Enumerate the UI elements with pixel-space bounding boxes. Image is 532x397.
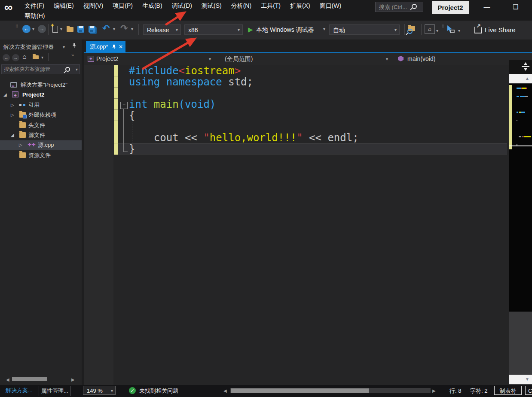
menu-item-0[interactable]: 文件(F) xyxy=(20,0,49,12)
tree-item-Project2[interactable]: ◢Project2 xyxy=(0,90,82,100)
panel-forward-icon[interactable]: → xyxy=(12,54,19,61)
menu-item-6[interactable]: 测试(S) xyxy=(197,0,226,12)
panel-title-dropdown-icon[interactable]: ▾ xyxy=(63,45,65,49)
breadcrumb-project[interactable]: Project2 xyxy=(96,55,118,62)
expand-icon[interactable]: ▷ xyxy=(11,110,14,120)
navigate-back-icon[interactable]: ← xyxy=(22,25,31,33)
configuration-select[interactable]: Release ▾ xyxy=(143,24,181,35)
panel-back-icon[interactable]: ← xyxy=(3,54,10,61)
new-file-dropdown-icon[interactable]: ▾ xyxy=(60,27,62,31)
intellisense-pointer-icon[interactable] xyxy=(447,25,455,33)
breadcrumb-project-caret-icon[interactable]: ▾ xyxy=(209,57,211,61)
code-editor[interactable]: − #include<iostream>using namespace std;… xyxy=(84,65,509,385)
menu-item-4[interactable]: 生成(B) xyxy=(138,0,167,12)
tree-item-源文件[interactable]: ◢源文件 xyxy=(0,130,82,140)
breadcrumb-scope[interactable]: (全局范围) xyxy=(225,55,253,63)
tree-item-头文件[interactable]: 头文件 xyxy=(0,121,82,130)
code-line-4[interactable]: int main(void) xyxy=(129,99,216,110)
code-line-5[interactable]: { xyxy=(129,110,135,121)
undo-dropdown-icon[interactable]: ▾ xyxy=(113,27,115,31)
new-file-icon[interactable] xyxy=(52,26,58,33)
collapse-icon[interactable]: ◢ xyxy=(3,90,7,100)
editor-hscroll-thumb[interactable] xyxy=(231,388,369,393)
start-debugging-button[interactable]: 本地 Windows 调试器 xyxy=(256,26,314,34)
redo-dropdown-icon[interactable]: ▾ xyxy=(131,27,133,31)
menu-item-3[interactable]: 项目(P) xyxy=(108,0,138,12)
menu-item-7[interactable]: 分析(N) xyxy=(226,0,256,12)
tree-item-源.cpp[interactable]: ▷✚✚源.cpp xyxy=(0,140,82,150)
zoom-select[interactable]: 149 % ▾ xyxy=(83,386,116,395)
quick-search-input[interactable]: 搜索 (Ctrl... xyxy=(375,2,423,12)
platform-select[interactable]: x86 ▾ xyxy=(184,24,243,35)
scroll-down-button[interactable]: ▼ xyxy=(509,375,532,384)
health-check-icon[interactable]: ✓ xyxy=(129,387,136,394)
zoom-caret-icon: ▾ xyxy=(111,386,113,395)
splitter-handle[interactable] xyxy=(509,60,532,74)
code-line-8[interactable]: } xyxy=(129,143,135,155)
scroll-up-button[interactable]: ▲ xyxy=(509,74,532,83)
status-encoding-indicator[interactable]: C xyxy=(525,386,532,395)
fold-collapse-box[interactable]: − xyxy=(120,102,128,109)
panel-overflow-icon[interactable]: » xyxy=(71,52,74,58)
minimize-button[interactable]: — xyxy=(480,3,493,10)
open-file-icon[interactable] xyxy=(67,27,73,32)
minimap-preview[interactable] xyxy=(509,84,532,312)
tree-item-引用[interactable]: ▷引用 xyxy=(0,100,82,110)
auto-select[interactable]: 自动 ▾ xyxy=(329,24,400,35)
pointer-dropdown-icon[interactable]: ▾ xyxy=(458,28,460,33)
bottom-tab-solution-explorer[interactable]: 解决方案... xyxy=(3,386,35,395)
menu-item-5[interactable]: 调试(D) xyxy=(167,0,197,12)
toolbar-drag-handle[interactable]: ⣿ xyxy=(442,25,445,27)
expand-icon[interactable]: ▷ xyxy=(19,140,22,150)
browser-home-icon[interactable]: ⌂ xyxy=(425,24,435,34)
solution-icon xyxy=(10,82,17,88)
editor-hscroll-track[interactable] xyxy=(230,388,431,393)
editor-hscroll-right-icon[interactable]: ▶ xyxy=(432,388,436,393)
minimap-scrollbar[interactable]: ▲ ▼ xyxy=(509,60,532,385)
switch-views-icon[interactable] xyxy=(33,55,39,59)
switch-views-dropdown-icon[interactable]: ▾ xyxy=(41,55,43,60)
tab-source-cpp[interactable]: 源.cpp* ✕ xyxy=(86,41,125,52)
maximize-button[interactable]: ❑ xyxy=(509,3,522,11)
toolbar-drag-handle[interactable]: ⣿ xyxy=(15,25,18,27)
split-editor-icon[interactable] xyxy=(521,62,530,72)
navigate-forward-icon[interactable]: → xyxy=(38,25,46,33)
menu-item-8[interactable]: 工具(T) xyxy=(256,0,285,12)
panel-horizontal-scrollbar[interactable]: ◀ ▶ xyxy=(0,376,82,383)
redo-icon[interactable]: ↷ xyxy=(120,23,128,33)
start-debugging-icon[interactable]: ▶ xyxy=(248,26,253,33)
menu-item-10[interactable]: 窗口(W) xyxy=(315,0,346,12)
code-line-1[interactable]: #include<iostream> xyxy=(129,65,241,76)
save-all-icon[interactable] xyxy=(89,26,95,33)
tree-item-资源文件[interactable]: 资源文件 xyxy=(0,151,82,160)
editor-hscroll-left-icon[interactable]: ◀ xyxy=(223,388,227,393)
bottom-tab-property-manager[interactable]: 属性管理... xyxy=(39,386,71,396)
code-line-2[interactable]: using namespace std; xyxy=(129,76,253,88)
expand-icon[interactable]: ▷ xyxy=(11,100,14,110)
pin-icon[interactable] xyxy=(112,44,116,49)
tree-item-label: 外部依赖项 xyxy=(28,110,56,120)
status-tabs-indicator[interactable]: 制表符 xyxy=(494,386,522,395)
undo-icon[interactable]: ↶ xyxy=(102,23,110,33)
panel-home-icon[interactable]: ⌂ xyxy=(22,53,27,61)
menu-item-2[interactable]: 视图(V) xyxy=(79,0,108,12)
tree-item-外部依赖项[interactable]: ▷外部依赖项 xyxy=(0,110,82,120)
solution-search-input[interactable]: 搜索解决方案资源管 ▾ xyxy=(1,64,80,74)
collapse-icon[interactable]: ◢ xyxy=(11,130,14,140)
breadcrumb-scope-caret-icon[interactable]: ▾ xyxy=(386,57,388,61)
live-share-button[interactable]: Live Share xyxy=(485,26,516,33)
breadcrumb-symbol[interactable]: main(void) xyxy=(407,55,435,62)
navigate-back-dropdown-icon[interactable]: ▾ xyxy=(32,27,34,31)
menu-item-9[interactable]: 扩展(X) xyxy=(285,0,315,12)
tree-item-解决方案"Project2"[interactable]: 解决方案"Project2" xyxy=(0,80,82,90)
menu-item-1[interactable]: 编辑(E) xyxy=(49,0,79,12)
panel-scrollbar-thumb[interactable] xyxy=(12,377,47,381)
close-icon[interactable]: ✕ xyxy=(119,41,123,52)
start-debugging-dropdown-icon[interactable]: ▾ xyxy=(323,27,325,31)
zoom-value: 149 % xyxy=(87,388,103,394)
save-icon[interactable] xyxy=(77,26,84,33)
code-line-7[interactable]: cout << "hello,world!!!" << endl; xyxy=(129,132,359,143)
browser-dropdown-icon[interactable]: ▾ xyxy=(436,28,438,33)
minimap-code-mark xyxy=(526,88,527,89)
pin-icon[interactable] xyxy=(72,43,76,48)
